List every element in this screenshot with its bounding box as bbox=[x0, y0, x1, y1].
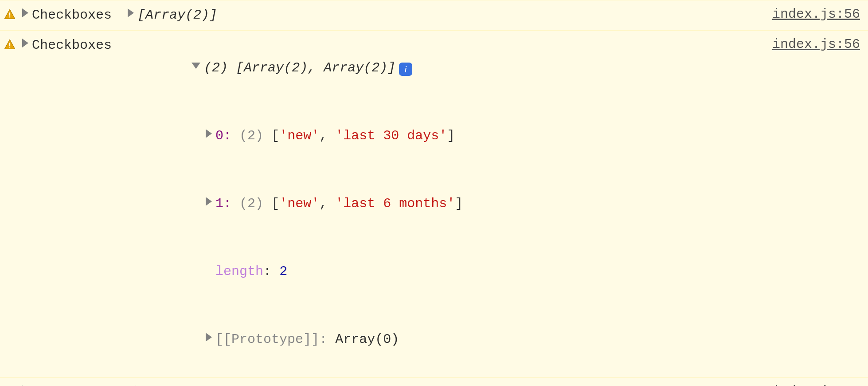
string-value: 'last 6 months' bbox=[335, 196, 455, 211]
chevron-right-icon bbox=[206, 197, 212, 206]
chevron-right-icon bbox=[206, 333, 212, 342]
log-label: Checkboxes bbox=[32, 34, 112, 57]
string-value: 'new' bbox=[279, 196, 319, 211]
chevron-right-icon bbox=[22, 39, 28, 47]
chevron-right-icon bbox=[206, 129, 212, 138]
object-toggle[interactable] bbox=[192, 60, 204, 75]
chevron-down-icon bbox=[192, 63, 200, 69]
log-label: Multiselect bbox=[32, 381, 120, 386]
string-value: 'last 30 days' bbox=[335, 128, 447, 143]
property-key-prototype: [[Prototype]] bbox=[215, 332, 319, 347]
object-toggle[interactable] bbox=[22, 381, 32, 386]
array-index: 0 bbox=[215, 128, 223, 143]
object-summary: [Array(2)] bbox=[145, 381, 225, 386]
object-toggle[interactable] bbox=[206, 128, 215, 143]
property-value-prototype: Array(0) bbox=[335, 332, 399, 347]
object-summary: [Array(2)] bbox=[137, 4, 217, 27]
array-count: (2) bbox=[239, 128, 263, 143]
svg-rect-0 bbox=[9, 12, 10, 16]
object-toggle[interactable] bbox=[22, 34, 32, 57]
warning-icon bbox=[4, 39, 16, 51]
object-count: (2) bbox=[204, 60, 228, 75]
warning-icon bbox=[4, 8, 16, 21]
console-entry: index.js:56 Checkboxes (2) [Array(2), Ar… bbox=[0, 31, 868, 378]
object-toggle[interactable] bbox=[136, 381, 145, 386]
object-summary: [Array(2), Array(2)] bbox=[236, 60, 395, 75]
array-count: (2) bbox=[239, 196, 263, 211]
object-toggle[interactable] bbox=[206, 332, 215, 347]
property-key-length: length bbox=[215, 264, 263, 279]
source-link[interactable]: index.js:31 bbox=[772, 380, 860, 386]
object-toggle[interactable] bbox=[22, 4, 32, 27]
svg-rect-3 bbox=[9, 47, 10, 47]
string-value: 'new' bbox=[279, 128, 319, 143]
console-entry: index.js:56 Checkboxes [Array(2)] bbox=[0, 0, 868, 31]
svg-rect-2 bbox=[9, 43, 10, 46]
array-index: 1 bbox=[215, 196, 223, 211]
chevron-right-icon bbox=[128, 8, 134, 17]
chevron-right-icon bbox=[22, 8, 28, 17]
object-toggle[interactable] bbox=[206, 196, 215, 211]
object-toggle[interactable] bbox=[128, 4, 137, 27]
log-label: Checkboxes bbox=[32, 4, 112, 27]
source-link[interactable]: index.js:56 bbox=[772, 3, 860, 26]
source-link[interactable]: index.js:56 bbox=[772, 33, 860, 56]
console-entry: index.js:31 Multiselect [Array(2)] bbox=[0, 378, 868, 386]
info-icon[interactable]: i bbox=[399, 63, 412, 76]
svg-rect-1 bbox=[9, 16, 10, 17]
property-value-length: 2 bbox=[279, 264, 287, 279]
